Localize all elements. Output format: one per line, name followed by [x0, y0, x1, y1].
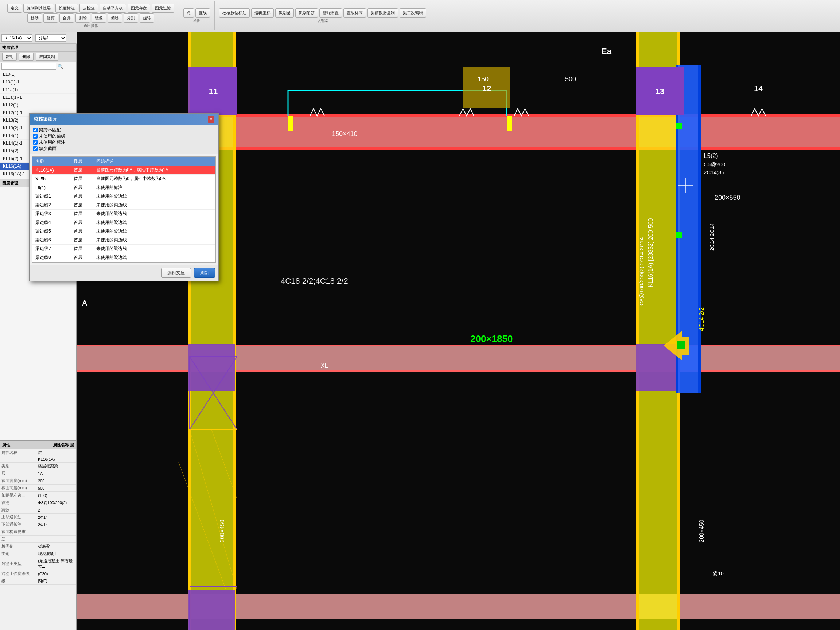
prop-value: 2Φ14 — [36, 521, 76, 528]
props-row: 类别楼层框架梁 — [0, 463, 76, 470]
btn-edit-coord[interactable]: 编辑坐标 — [251, 8, 274, 17]
table-row[interactable]: 梁边线3首层未使用的梁边线 — [32, 210, 215, 218]
btn-delete[interactable]: 删除 — [76, 14, 90, 23]
btn-trim[interactable]: 修剪 — [43, 14, 58, 23]
cell-desc: 未使用的梁边线 — [93, 192, 215, 201]
checkbox[interactable] — [33, 134, 38, 139]
table-row[interactable]: 梁边线5首层未使用的梁边线 — [32, 227, 215, 236]
prop-name: 混凝土类型 — [0, 557, 36, 570]
btn-split[interactable]: 分割 — [123, 14, 138, 23]
btn-second-edit[interactable]: 梁二次编辑 — [399, 8, 426, 17]
toolbar-label-draw: 绘图 — [193, 18, 201, 23]
list-item[interactable]: L10(1) — [0, 71, 76, 78]
props-row: 类别现浇混凝土 — [0, 550, 76, 557]
btn-recognize-beam[interactable]: 识别梁 — [275, 8, 294, 17]
table-row[interactable]: 梁边线8首层未使用的梁边线 — [32, 253, 215, 262]
btn-mirror[interactable]: 镜像 — [92, 14, 106, 23]
prop-name: 板类别 — [0, 543, 36, 550]
dialog-close-button[interactable]: × — [208, 116, 215, 123]
svg-rect-23 — [676, 232, 682, 238]
prop-name: 类别 — [0, 463, 36, 470]
table-row[interactable]: L9(1)首层未使用的标注 — [32, 183, 215, 192]
checkbox-label: 缺少截面 — [39, 145, 57, 152]
btn-save-element[interactable]: 图元存盘 — [128, 4, 150, 13]
toolbar-buttons-ops: 移动 修剪 合并 删除 镜像 偏移 分割 旋转 — [27, 14, 154, 23]
list-item[interactable]: KL12(1) — [0, 101, 76, 109]
prop-name: 类别 — [0, 550, 36, 557]
svg-text:@100: @100 — [713, 571, 726, 576]
svg-text:L5(2): L5(2) — [704, 152, 718, 159]
svg-text:2C14;2C14: 2C14;2C14 — [709, 223, 715, 251]
btn-layer-copy[interactable]: 层间复制 — [36, 53, 58, 60]
cell-name: 梁边线2 — [32, 201, 71, 210]
search-input[interactable] — [2, 63, 56, 69]
props-title: 属性 — [2, 442, 10, 448]
table-row[interactable]: 梁边线4首层未使用的梁边线 — [32, 218, 215, 227]
toolbar-section-draw: 点 直线 绘图 — [179, 2, 215, 30]
list-item[interactable]: L11a(1) — [0, 86, 76, 94]
cell-floor: 首层 — [71, 166, 94, 175]
btn-line[interactable]: 直线 — [196, 8, 210, 17]
btn-move[interactable]: 移动 — [27, 14, 42, 23]
svg-text:4C18 2/2;4C18 2/2: 4C18 2/2;4C18 2/2 — [281, 276, 348, 286]
prop-value: 2Φ14 — [36, 514, 76, 521]
checkbox[interactable] — [33, 128, 38, 133]
cell-floor: 首层 — [71, 175, 94, 183]
table-row[interactable]: 梁边线2首层未使用的梁边线 — [32, 201, 215, 210]
verify-beam-dialog: 校核梁图元 × 梁跨不匹配未使用的梁线未使用的标注缺少截面 名称 楼层 问题描述… — [29, 113, 219, 281]
cell-name: 梁边线5 — [32, 227, 71, 236]
layer-combo[interactable]: 分层1 — [35, 34, 66, 41]
table-row[interactable]: XL5b首层当前图元跨数为0，属性中跨数为0A — [32, 175, 215, 183]
btn-verify-annotation[interactable]: 校核原位标注 — [219, 8, 250, 17]
btn-check-height[interactable]: 查改标高 — [343, 8, 366, 17]
btn-define[interactable]: 定义 — [7, 4, 22, 13]
btn-filter-element[interactable]: 图元过滤 — [152, 4, 174, 13]
svg-text:C8@100/200(2) 2C14;2C14: C8@100/200(2) 2C14;2C14 — [638, 237, 644, 306]
btn-smart-layout[interactable]: 智能布置 — [319, 8, 342, 17]
btn-recognize-hanger[interactable]: 识别吊筋 — [295, 8, 318, 17]
svg-rect-14 — [638, 32, 678, 630]
btn-point[interactable]: 点 — [183, 8, 194, 17]
cell-floor: 首层 — [71, 236, 94, 245]
prop-name: 跨数 — [0, 507, 36, 514]
element-combo[interactable]: KL16(1A) — [2, 34, 32, 41]
btn-refresh[interactable]: 刷新 — [194, 268, 215, 278]
prop-value: (100) — [36, 492, 76, 499]
btn-auto-align[interactable]: 自动平齐板 — [99, 4, 126, 13]
btn-cloud-check[interactable]: 云检查 — [79, 4, 98, 13]
table-row[interactable]: 梁边线1首层未使用的梁边线 — [32, 192, 215, 201]
list-item[interactable]: L11a(1)-1 — [0, 94, 76, 101]
toolbar-section-general: 定义 复制到其他层 长度标注 云检查 自动平齐板 图元存盘 图元过滤 移动 修剪… — [3, 2, 179, 30]
checkbox[interactable] — [33, 146, 38, 151]
dialog-titlebar[interactable]: 校核梁图元 × — [30, 114, 218, 125]
table-row[interactable]: KL16(1A)首层当前图元跨数为0A，属性中跨数为1A — [32, 166, 215, 175]
btn-offset[interactable]: 偏移 — [107, 14, 122, 23]
btn-rotate[interactable]: 旋转 — [140, 14, 154, 23]
table-row[interactable]: 梁边线7首层未使用的梁边线 — [32, 245, 215, 253]
prop-name: 箍筋 — [0, 499, 36, 507]
list-item[interactable]: L10(1)-1 — [0, 78, 76, 86]
btn-edit-support[interactable]: 编辑支座 — [161, 268, 191, 278]
prop-name: 截面构造要求... — [0, 528, 36, 535]
toolbar-buttons-general: 定义 复制到其他层 长度标注 云检查 自动平齐板 图元存盘 图元过滤 — [7, 4, 174, 13]
btn-merge[interactable]: 合并 — [59, 14, 74, 23]
toolbar-buttons-draw: 点 直线 — [183, 8, 210, 17]
col-name: 名称 — [32, 157, 71, 166]
cell-desc: 未使用的梁边线 — [93, 201, 215, 210]
svg-text:500: 500 — [565, 76, 576, 83]
cell-floor: 首层 — [71, 218, 94, 227]
props-table: 属性名称层KL16(1A)类别楼层框架梁层1A截面宽度(mm)200截面高度(m… — [0, 449, 76, 585]
checkbox[interactable] — [33, 140, 38, 145]
table-row[interactable]: 梁边线6首层未使用的梁边线 — [32, 236, 215, 245]
checkbox-container: 梁跨不匹配未使用的梁线未使用的标注缺少截面 — [33, 127, 65, 152]
btn-copy[interactable]: 复制 — [2, 53, 17, 60]
props-row: 截面构造要求... — [0, 528, 76, 535]
btn-del[interactable]: 删除 — [19, 53, 33, 60]
props-row: 截面高度(mm)500 — [0, 485, 76, 492]
btn-copy-layer[interactable]: 复制到其他层 — [23, 4, 54, 13]
search-icon[interactable]: 🔍 — [58, 64, 63, 69]
btn-length-mark[interactable]: 长度标注 — [55, 4, 78, 13]
btn-copy-rebar[interactable]: 梁筋数据复制 — [368, 8, 398, 17]
prop-value: 1A — [36, 470, 76, 477]
svg-rect-31 — [288, 116, 294, 131]
